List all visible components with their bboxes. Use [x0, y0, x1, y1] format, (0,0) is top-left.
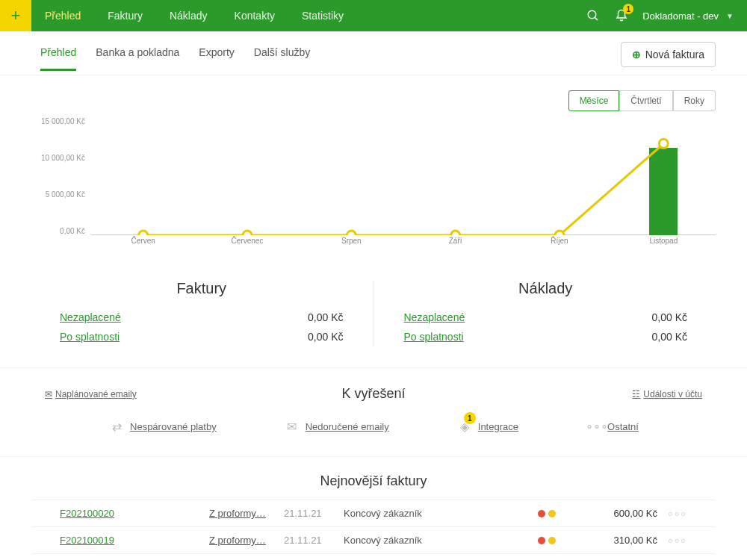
dots-icon: ∘∘∘: [586, 420, 602, 434]
invoice-type-link[interactable]: Z proformy…: [209, 508, 266, 519]
invoice-type-link[interactable]: Z proformy…: [209, 535, 266, 546]
topnav-faktury[interactable]: Faktury: [94, 0, 156, 31]
svg-point-7: [659, 139, 668, 148]
invoices-title: Nejnovější faktury: [31, 473, 716, 489]
resolve-section: ✉ Naplánované emaily K vyřešení ☷ Událos…: [0, 367, 747, 456]
topnav-kontakty[interactable]: Kontakty: [221, 0, 288, 31]
invoice-date: 21.11.21: [284, 508, 344, 519]
status-dot-red: [538, 510, 545, 517]
invoice-amount: 600,00 Kč: [583, 508, 657, 519]
search-icon[interactable]: [586, 8, 601, 23]
resolve-items: ⇄ Nespárované platby ✉ Nedoručené emaily…: [45, 415, 702, 438]
subnav-banka[interactable]: Banka a pokladna: [96, 46, 179, 71]
summary-faktury: Faktury Nezaplacené 0,00 Kč Po splatnost…: [60, 280, 374, 346]
invoice-number-link[interactable]: F202100020: [60, 508, 114, 519]
new-invoice-button[interactable]: ⊕ Nová faktura: [621, 42, 716, 67]
summary-row: Nezaplacené 0,00 Kč: [60, 308, 344, 327]
chart-section: Měsíce Čtvrtletí Roky 15 000,00 Kč 10 00…: [0, 75, 747, 258]
x-cat: Srpen: [300, 237, 403, 245]
chart-area: Červen Červenec Srpen Září Říjen Listopa…: [91, 116, 716, 250]
resolve-label[interactable]: Nespárované platby: [130, 421, 217, 432]
link-nezaplacene-faktury[interactable]: Nezaplacené: [60, 311, 121, 323]
invoice-number-link[interactable]: F202100019: [60, 535, 114, 546]
account-menu[interactable]: Dokladomat - dev ▼: [642, 10, 734, 22]
summary-title-faktury: Faktury: [60, 280, 344, 297]
subbar: Přehled Banka a pokladna Exporty Další s…: [0, 31, 747, 75]
resolve-label[interactable]: Nedoručené emaily: [306, 421, 389, 432]
topbar: + Přehled Faktury Náklady Kontakty Stati…: [0, 0, 747, 31]
bell-icon[interactable]: 1: [614, 8, 629, 23]
subnav-exporty[interactable]: Exporty: [199, 46, 234, 71]
invoice-customer: Koncový zákazník: [344, 535, 538, 546]
link-nezaplacene-naklady[interactable]: Nezaplacené: [404, 311, 465, 323]
chart: 15 000,00 Kč 10 000,00 Kč 5 000,00 Kč 0,…: [31, 116, 716, 250]
summary-title-naklady: Náklady: [404, 280, 688, 297]
x-cat: Říjen: [507, 237, 611, 245]
period-months[interactable]: Měsíce: [568, 90, 620, 111]
table-row: F202100019 Z proformy… 21.11.21 Koncový …: [31, 526, 716, 553]
row-actions-icon[interactable]: ○○○: [657, 509, 687, 518]
link-account-events[interactable]: ☷ Události v účtu: [632, 389, 702, 399]
invoice-customer: Koncový zákazník: [344, 508, 538, 519]
row-actions-icon[interactable]: ○○○: [657, 536, 687, 545]
table-row: F202100020 Z proformy… 21.11.21 Koncový …: [31, 500, 716, 526]
svg-point-4: [347, 231, 356, 235]
value: 0,00 Kč: [652, 331, 687, 343]
resolve-label[interactable]: Integrace: [478, 421, 518, 432]
summary-row: Po splatnosti 0,00 Kč: [404, 327, 688, 346]
invoice-status: [538, 537, 583, 544]
value: 0,00 Kč: [652, 311, 687, 323]
svg-point-6: [555, 231, 564, 235]
link-posplatnosti-naklady[interactable]: Po splatnosti: [404, 331, 464, 343]
invoice-status: [538, 510, 583, 517]
invoices-section: Nejnovější faktury F202100020 Z proformy…: [0, 456, 747, 560]
y-axis: 15 000,00 Kč 10 000,00 Kč 5 000,00 Kč 0,…: [31, 116, 91, 235]
payments-icon: ⇄: [108, 420, 125, 434]
topnav-prehled[interactable]: Přehled: [31, 0, 94, 31]
plus-circle-icon: ⊕: [632, 49, 641, 60]
period-toggle: Měsíce Čtvrtletí Roky: [31, 90, 716, 111]
x-cat: Červen: [91, 237, 195, 245]
resolve-title: K vyřešení: [341, 386, 405, 402]
top-nav: Přehled Faktury Náklady Kontakty Statist…: [31, 0, 357, 31]
resolve-head: ✉ Naplánované emaily K vyřešení ☷ Událos…: [45, 386, 702, 402]
resolve-item-other[interactable]: ∘∘∘ Ostatní: [586, 420, 639, 434]
undelivered-mail-icon: ✉: [284, 420, 300, 434]
y-tick: 15 000,00 Kč: [41, 117, 85, 125]
summary-row: Nezaplacené 0,00 Kč: [404, 308, 688, 327]
period-quarters[interactable]: Čtvrtletí: [619, 90, 672, 111]
summary-row: Po splatnosti 0,00 Kč: [60, 327, 344, 346]
new-invoice-label: Nová faktura: [645, 49, 704, 60]
resolve-item-integrations[interactable]: 1 ◈ Integrace: [456, 420, 518, 434]
chevron-down-icon: ▼: [726, 12, 734, 20]
link-posplatnosti-faktury[interactable]: Po splatnosti: [60, 331, 120, 343]
link-scheduled-emails[interactable]: ✉ Naplánované emaily: [45, 389, 137, 399]
x-cat: Listopad: [612, 237, 716, 245]
resolve-label[interactable]: Ostatní: [607, 421, 639, 432]
integration-badge: 1: [464, 412, 476, 424]
topnav-naklady[interactable]: Náklady: [156, 0, 221, 31]
y-tick: 10 000,00 Kč: [41, 154, 85, 162]
subnav-dalsi[interactable]: Další služby: [254, 46, 310, 71]
status-dot-orange: [548, 510, 556, 517]
topnav-statistiky[interactable]: Statistiky: [288, 0, 357, 31]
mail-icon: ✉: [45, 389, 52, 399]
notification-badge: 1: [623, 4, 633, 14]
svg-point-5: [451, 231, 460, 235]
y-tick: 5 000,00 Kč: [46, 190, 85, 199]
sub-nav: Přehled Banka a pokladna Exporty Další s…: [40, 46, 310, 71]
chart-line: [91, 116, 716, 235]
svg-line-1: [595, 17, 598, 20]
resolve-item-payments[interactable]: ⇄ Nespárované platby: [108, 420, 217, 434]
status-dot-orange: [548, 537, 556, 544]
period-years[interactable]: Roky: [673, 90, 716, 111]
add-button[interactable]: +: [0, 0, 31, 31]
status-dot-red: [538, 537, 545, 544]
resolve-item-emails[interactable]: ✉ Nedoručené emaily: [284, 420, 389, 434]
summary-section: Faktury Nezaplacené 0,00 Kč Po splatnost…: [0, 258, 747, 367]
invoice-date: 21.11.21: [284, 535, 344, 546]
subnav-prehled[interactable]: Přehled: [40, 46, 76, 71]
side-link-label: Naplánované emaily: [55, 389, 137, 399]
table-row: F202100018 Z proformy… 13.11.21 Tomáš Ku…: [31, 553, 716, 560]
side-link-label: Události v účtu: [643, 389, 702, 399]
